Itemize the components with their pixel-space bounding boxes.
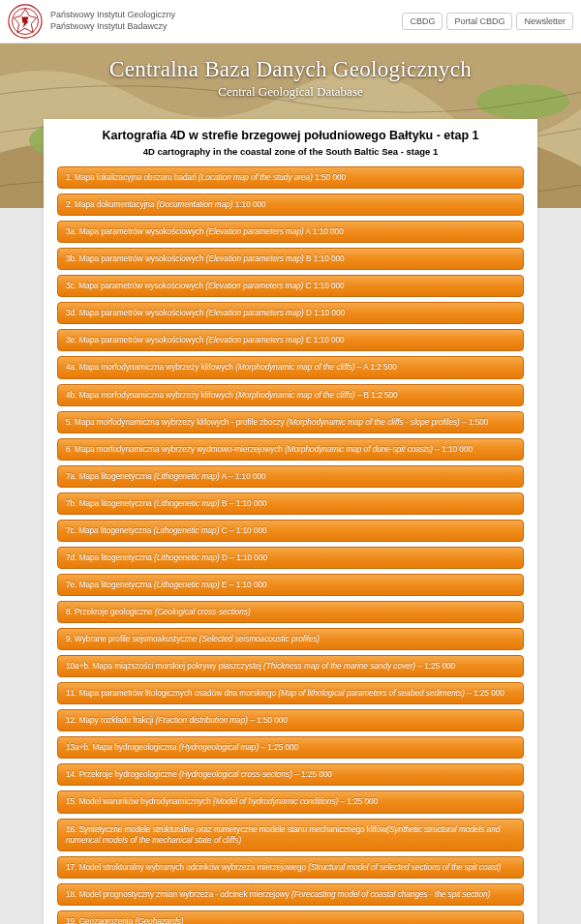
item-list: 1. Mapa lokalizacyjna obszaru badań (Loc… [57,166,524,924]
item-label-pre: 7e. Mapa litogenetyczna [66,581,154,589]
banner-title: Centralna Baza Danych Geologicznych [0,57,581,82]
item-label-post: – 1:50 000 [248,716,288,725]
nav-link-portal[interactable]: Portal CBDG [446,13,512,30]
item-label-post: – 1:25 000 [259,743,298,752]
item-label-en: (Hydrogeological cross-sectons) [179,770,292,779]
item-button-19[interactable]: 11. Mapa parametrów litologicznych osadó… [57,682,524,704]
item-label-en: (Hydrogeological map) [179,743,259,752]
item-button-13[interactable]: 7c. Mapa litogenetyczna (Lithogenetic ma… [57,520,524,542]
item-button-8[interactable]: 4b. Mapa morfodynamiczna wybrzeży klifow… [57,384,524,406]
item-label-pre: 16. Syntetyczne modele strukturalne oraz… [66,825,386,834]
item-label-pre: 9. Wybrane profile sejsmoakustyczne [66,635,199,643]
org-line-2: Państwowy Instytut Badawczy [50,21,175,33]
item-button-14[interactable]: 7d. Mapa litogenetyczna (Lithogenetic ma… [57,547,524,569]
item-label-post: E 1:10 000 [304,336,345,344]
item-label-post: A – 1:10 000 [220,472,266,481]
item-label-en: (Morphodynamic map of the cliffs) [235,363,354,372]
item-label-post: D – 1:10 000 [220,553,267,562]
item-label-pre: 3a. Mapa parametrów wysokościowych [66,227,206,236]
item-label-pre: 6. Mapa morfodynamiczna wybrzeży wydmowo… [66,445,285,454]
item-label-en: (Structural model of selected sections o… [308,863,501,872]
item-button-10[interactable]: 6. Mapa morfodynamiczna wybrzeży wydmowo… [57,438,524,461]
item-button-15[interactable]: 7e. Mapa litogenetyczna (Lithogenetic ma… [57,574,524,596]
org-name: Państwowy Instytut Geologiczny Państwowy… [50,10,175,32]
item-button-26[interactable]: 18. Model prognostyczny zmian wybrzeża -… [57,883,524,906]
item-button-2[interactable]: 3a. Mapa parametrów wysokościowych (Elev… [57,221,524,243]
item-label-en: (Elevation parameters map) [206,309,304,317]
item-label-post: D 1:10 000 [304,309,345,317]
item-label-pre: 13a+b. Mapa hydrogeologiczna [66,743,179,752]
item-label-pre: 15. Model warunków hydrodynamicznych [66,797,213,806]
item-label-post: C 1:10 000 [303,282,344,290]
item-button-24[interactable]: 16. Syntetyczne modele strukturalne oraz… [57,819,524,851]
item-label-en: (Lithogenetic map) [154,553,220,562]
item-label-post: C – 1:10 000 [219,526,266,535]
nav-link-cbdg[interactable]: CBDG [402,13,443,30]
item-button-3[interactable]: 3b. Mapa parametrów wysokościowych (Elev… [57,248,524,270]
item-label-pre: 2. Mapa dokumentacyjna [66,200,157,209]
item-label-post: B – 1:10 000 [220,499,267,508]
item-button-25[interactable]: 17. Model strukturalny wybranych odcinkó… [57,856,524,879]
item-label-pre: 7b. Mapa litogenetyczna [66,499,154,508]
item-label-post: – 1:25 000 [292,770,332,779]
top-bar: Państwowy Instytut Geologiczny Państwowy… [0,0,581,44]
item-label-en: (Elevation parameters map) [206,336,304,344]
item-button-23[interactable]: 15. Model warunków hydrodynamicznych (Mo… [57,790,524,813]
content-card: Kartografia 4D w strefie brzegowej połud… [44,119,537,924]
item-button-12[interactable]: 7b. Mapa litogenetyczna (Lithogenetic ma… [57,492,524,515]
item-label-pre: 3b. Mapa parametrów wysokościowych [66,254,206,263]
item-label-pre: 1. Mapa lokalizacyjna obszaru badań [66,173,199,182]
item-button-0[interactable]: 1. Mapa lokalizacyjna obszaru badań (Loc… [57,166,524,189]
item-button-4[interactable]: 3c. Mapa parametrów wysokościowych (Elev… [57,275,524,297]
item-label-en: (Fraction distribution map) [156,716,248,725]
item-label-pre: 7c. Mapa litogenetyczna [66,526,154,535]
item-label-pre: 7d. Mapa litogenetyczna [66,553,154,562]
item-label-post: B 1:10 000 [304,254,345,263]
item-label-en: (Lithogenetic map) [154,526,220,535]
item-label-en: (Morphodynamic map of the cliffs - slope… [287,418,460,427]
item-button-17[interactable]: 9. Wybrane profile sejsmoakustyczne (Sel… [57,628,524,650]
item-label-post: – 1:25 000 [415,662,455,671]
item-button-11[interactable]: 7a. Mapa litogenetyczna (Lithogenetic ma… [57,465,524,488]
item-label-pre: 14. Przekroje hydrogeologiczne [66,770,179,779]
item-button-6[interactable]: 3e. Mapa parametrów wysokościowych (Elev… [57,329,524,351]
item-label-en: (Thickness map of the marine sandy cover… [263,662,415,671]
item-label-en: (Model of hydrodynamic conditions) [213,797,338,806]
item-button-1[interactable]: 2. Mapa dokumentacyjna (Documentation ma… [57,194,524,216]
item-button-27[interactable]: 19. Geozagrożenia (Geohazards) [57,910,524,924]
item-label-post: A 1:10 000 [304,227,344,236]
item-button-18[interactable]: 10a+b. Mapa miąższości morskiej pokrywy … [57,655,524,677]
item-label-en: (Forecasting model of coastal changes - … [291,890,490,899]
item-label-post: – A 1:2 500 [355,363,397,372]
item-label-pre: 10a+b. Mapa miąższości morskiej pokrywy … [66,662,263,671]
item-label-en: (Selected seismoacoustic profiles) [199,635,320,643]
item-label-en: (Geological cross-sections) [155,608,251,616]
banner-subtitle: Central Geological Database [0,84,581,100]
nav-link-newsletter[interactable]: Newsletter [516,13,573,30]
item-label-post: – 1:500 [460,418,489,427]
page-subtitle: 4D cartography in the coastal zone of th… [57,146,524,157]
item-label-en: (Morphodynamic map of the cliffs) [235,391,354,400]
org-line-1: Państwowy Instytut Geologiczny [50,10,175,21]
item-button-5[interactable]: 3d. Mapa parametrów wysokościowych (Elev… [57,302,524,324]
item-label-post: 1:50 000 [313,173,346,182]
item-button-20[interactable]: 12. Mapy rozkładu frakcji (Fraction dist… [57,709,524,731]
item-label-pre: 11. Mapa parametrów litologicznych osadó… [66,689,278,698]
item-label-en: (Map of lithological parameters of seabe… [278,689,465,698]
item-label-pre: 17. Model strukturalny wybranych odcinkó… [66,863,308,872]
item-label-post: – B 1:2 500 [355,391,398,400]
site-logo[interactable] [8,4,43,39]
item-button-9[interactable]: 5. Mapa morfodynamiczna wybrzeży klifowy… [57,411,524,433]
item-label-en: (Location map of the study area) [199,173,313,182]
card-headings: Kartografia 4D w strefie brzegowej połud… [57,129,524,157]
item-button-7[interactable]: 4a. Mapa morfodynamiczna wybrzeży klifow… [57,356,524,378]
item-label-pre: 3d. Mapa parametrów wysokościowych [66,309,206,317]
item-label-pre: 4a. Mapa morfodynamiczna wybrzeży klifow… [66,363,235,372]
item-button-16[interactable]: 8. Przekroje geologiczne (Geological cro… [57,601,524,623]
item-button-21[interactable]: 13a+b. Mapa hydrogeologiczna (Hydrogeolo… [57,736,524,759]
banner-title-block: Centralna Baza Danych Geologicznych Cent… [0,44,581,100]
item-label-post: 1:10 000 [233,200,266,209]
item-button-22[interactable]: 14. Przekroje hydrogeologiczne (Hydrogeo… [57,763,524,786]
item-label-en: (Morphodynamic map of dune-spit coasts) [285,445,433,454]
item-label-pre: 12. Mapy rozkładu frakcji [66,716,156,725]
